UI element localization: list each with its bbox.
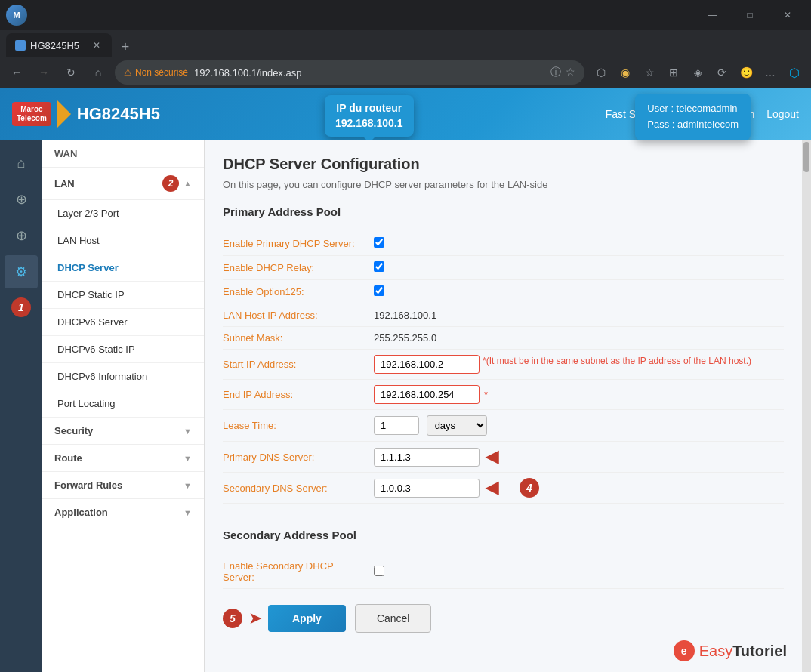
application-label: Application — [54, 507, 108, 518]
address-bar: ← → ↻ ⌂ ⚠ Non sécurisé 192.168.100.1/ind… — [0, 57, 811, 88]
minimize-button[interactable]: — — [695, 4, 729, 26]
collections-icon[interactable]: ⊞ — [663, 62, 684, 83]
refresh-button[interactable]: ↻ — [60, 62, 82, 83]
enable-relay-checkbox[interactable] — [374, 261, 384, 272]
step1-number: 1 — [11, 297, 31, 317]
sidebar-item-dhcpv6staticip[interactable]: DHCPv6 Static IP — [42, 336, 204, 363]
logo-line1: Maroc — [17, 105, 47, 114]
sidebar-item-lanhost[interactable]: LAN Host — [42, 227, 204, 254]
enable-secondary-checkbox[interactable] — [374, 566, 384, 576]
primary-dns-input[interactable] — [374, 448, 480, 467]
sidebar-icons: ⌂ ⊕ ⊕ ⚙ 1 — [0, 140, 42, 672]
star-icon[interactable]: ☆ — [566, 66, 575, 79]
url-icons: ⓘ ☆ — [550, 66, 575, 79]
info-icon[interactable]: ⓘ — [550, 66, 561, 79]
sidebar-home-icon[interactable]: ⌂ — [5, 146, 38, 180]
lease-time-input[interactable] — [374, 416, 419, 435]
sidebar-menu: WAN LAN 2 ▲ Layer 2/3 Port LAN Host — [42, 140, 205, 672]
lease-time-unit-select[interactable]: minutes hours days — [427, 415, 487, 436]
section-divider — [223, 516, 784, 516]
start-ip-input[interactable] — [374, 355, 480, 374]
app-header: Maroc Telecom HG8245H5 IP du routeur 192… — [0, 88, 811, 140]
enable-primary-checkbox[interactable] — [374, 237, 384, 248]
tab-favicon — [15, 40, 26, 51]
scrollbar-thumb[interactable] — [803, 142, 809, 172]
sidebar-item-layer23port[interactable]: Layer 2/3 Port — [42, 200, 204, 227]
edge-logo[interactable]: ⬡ — [784, 62, 805, 83]
enable-relay-label: Enable DHCP Relay: — [223, 262, 374, 273]
subnet-mask-label: Subnet Mask: — [223, 332, 374, 344]
profile-icon[interactable]: ◉ — [615, 62, 636, 83]
lan-label: LAN — [54, 178, 75, 190]
url-path: /index.asp — [257, 67, 301, 79]
back-button[interactable]: ← — [6, 62, 27, 83]
apply-button[interactable]: Apply — [268, 605, 346, 632]
enable-relay-value — [374, 261, 384, 274]
lan-chevron: ▲ — [183, 179, 192, 188]
sidebar-plus-icon[interactable]: ⊕ — [5, 183, 38, 216]
sidebar-item-dhcpserver[interactable]: DHCP Server — [42, 254, 204, 282]
scrollbar[interactable] — [802, 140, 811, 672]
apply-arrow: ➤ — [248, 609, 262, 628]
wallet-icon[interactable]: ◈ — [687, 62, 708, 83]
enable-option125-checkbox[interactable] — [374, 285, 384, 296]
active-tab[interactable]: HG8245H5 ✕ — [6, 33, 112, 57]
sidebar-globe-icon[interactable]: ⊕ — [5, 219, 38, 252]
sidebar-category-lan[interactable]: LAN 2 ▲ — [42, 168, 204, 200]
sidebar-settings-icon[interactable]: ⚙ — [5, 255, 38, 288]
route-chevron: ▼ — [183, 454, 192, 463]
sidebar-item-dhcpstaticip[interactable]: DHCP Static IP — [42, 282, 204, 309]
url-bar[interactable]: ⚠ Non sécurisé 192.168.100.1/index.asp ⓘ… — [115, 60, 584, 85]
sidebar-category-security[interactable]: Security ▼ — [42, 418, 204, 445]
sidebar-category-forwardrules[interactable]: Forward Rules ▼ — [42, 472, 204, 499]
maximize-button[interactable]: □ — [732, 4, 767, 26]
tab-bar: HG8245H5 ✕ + — [0, 30, 811, 57]
new-tab-button[interactable]: + — [115, 36, 136, 57]
lan-host-ip-label: LAN Host IP Address: — [223, 310, 374, 321]
sidebar-item-dhcpv6server[interactable]: DHCPv6 Server — [42, 309, 204, 336]
tooltip-user-line1: User : telecomadmin — [647, 101, 739, 117]
enable-primary-value — [374, 237, 384, 250]
end-ip-input[interactable] — [374, 385, 480, 404]
sidebar-item-dhcpv6info[interactable]: DHCPv6 Information — [42, 363, 204, 390]
feedback-icon[interactable]: 🙂 — [735, 62, 757, 83]
enable-primary-label: Enable Primary DHCP Server: — [223, 238, 374, 249]
security-warning: ⚠ Non sécurisé — [124, 67, 188, 78]
secondary-dns-input[interactable] — [374, 479, 480, 498]
route-label: Route — [54, 452, 82, 464]
sidebar-item-portlocating[interactable]: Port Locating — [42, 390, 204, 418]
application-chevron: ▼ — [183, 508, 192, 517]
sidebar-section-wan[interactable]: WAN — [42, 140, 204, 168]
form-row-secondary-dns: Secondary DNS Server: ◀ 4 — [223, 473, 784, 504]
tooltip-user-line2: Pass : admintelecom — [647, 117, 739, 133]
form-row-enable-secondary: Enable Secondary DHCP Server: — [223, 555, 784, 589]
secondary-dns-container: ◀ 4 — [374, 478, 539, 498]
end-ip-star: * — [484, 389, 488, 400]
form-row-enable-relay: Enable DHCP Relay: — [223, 256, 784, 280]
browser-chrome: M — □ ✕ HG8245H5 ✕ + ← → ↻ ⌂ ⚠ Non sécur… — [0, 0, 811, 88]
close-button[interactable]: ✕ — [770, 4, 805, 26]
step4-badge: 4 — [520, 478, 539, 498]
branding-text: EasyTutoriel — [699, 643, 787, 660]
enable-secondary-value — [374, 566, 384, 578]
sidebar-category-route[interactable]: Route ▼ — [42, 445, 204, 472]
window-controls: — □ ✕ — [695, 4, 805, 26]
url-domain: 192.168.100.1 — [194, 67, 257, 79]
forward-button[interactable]: → — [33, 62, 54, 83]
enable-secondary-label: Enable Secondary DHCP Server: — [223, 560, 374, 583]
more-icon[interactable]: … — [760, 62, 781, 83]
tab-close-button[interactable]: ✕ — [91, 39, 103, 51]
logout-link[interactable]: Logout — [766, 108, 799, 120]
branding-normal: Easy — [699, 643, 732, 659]
logo-arrow — [57, 100, 71, 128]
home-button[interactable]: ⌂ — [88, 62, 109, 83]
favorites-icon[interactable]: ☆ — [639, 62, 660, 83]
device-name: HG8245H5 — [77, 104, 160, 124]
cancel-button[interactable]: Cancel — [355, 604, 432, 633]
security-label: Security — [54, 425, 93, 436]
share-icon[interactable]: ⟳ — [711, 62, 732, 83]
start-ip-label: Start IP Address: — [223, 359, 374, 370]
sidebar-category-application[interactable]: Application ▼ — [42, 499, 204, 526]
start-ip-container: *(It must be in the same subnet as the I… — [374, 355, 751, 374]
extensions-icon[interactable]: ⬡ — [591, 62, 612, 83]
